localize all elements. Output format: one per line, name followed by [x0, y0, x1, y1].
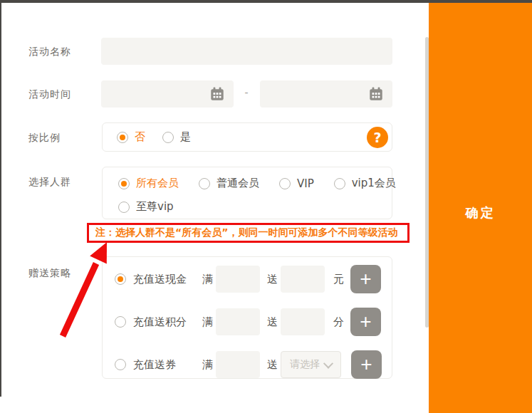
gift-infix: 送 [267, 315, 278, 329]
by-ratio-group: 否 是 ? [102, 122, 392, 152]
radio-icon[interactable] [118, 178, 130, 189]
field-label-gift-strategy: 赠送策略 [28, 267, 71, 280]
gift-infix: 送 [267, 273, 278, 286]
add-rule-button[interactable]: + [351, 350, 382, 379]
note-text: 注：选择人群不是“所有会员”，则同一时间可添加多个不同等级活动 [89, 226, 397, 239]
threshold-prefix: 满 [202, 358, 213, 372]
field-label-select-crowd: 选择人群 [28, 176, 71, 189]
left-window-border [0, 0, 1, 397]
start-date-input[interactable] [101, 80, 234, 108]
add-rule-button[interactable]: + [350, 265, 381, 293]
radio-option-yes[interactable]: 是 [162, 130, 191, 144]
threshold-amount-input[interactable] [216, 351, 260, 378]
radio-label[interactable]: VIP [297, 177, 314, 190]
radio-option-vip[interactable]: VIP [279, 177, 314, 190]
gift-strategy-group: 充值送现金 满 送 元 + 充值送积分 满 送 分 + 充值送券 满 送 请选择 [102, 256, 392, 379]
radio-option-supreme-vip[interactable]: 至尊vip [118, 200, 174, 214]
radio-icon[interactable] [199, 178, 210, 189]
radio-icon[interactable] [118, 202, 130, 213]
gift-amount-input[interactable] [281, 308, 325, 335]
note-highlight-box: 注：选择人群不是“所有会员”，则同一时间可添加多个不同等级活动 [87, 223, 410, 243]
radio-label[interactable]: 否 [135, 130, 145, 144]
radio-option-no[interactable]: 否 [117, 130, 145, 144]
radio-option-all-members[interactable]: 所有会员 [118, 177, 179, 190]
radio-label[interactable]: 所有会员 [136, 177, 179, 190]
action-sidebar: 确定 [429, 3, 532, 413]
radio-label[interactable]: 至尊vip [136, 200, 174, 214]
radio-icon[interactable] [334, 178, 345, 189]
threshold-amount-input[interactable] [216, 308, 260, 335]
confirm-button[interactable]: 确定 [429, 204, 532, 222]
strategy-label[interactable]: 充值送券 [133, 358, 202, 372]
gift-infix: 送 [267, 358, 278, 372]
strategy-row-points: 充值送积分 满 送 分 + [115, 308, 381, 336]
radio-label[interactable]: vip1会员 [352, 177, 396, 190]
calendar-icon [368, 86, 384, 102]
radio-icon[interactable] [279, 178, 291, 189]
radio-label[interactable]: 是 [180, 130, 191, 144]
calendar-icon [209, 86, 225, 102]
question-mark-icon[interactable]: ? [367, 127, 388, 148]
chevron-down-icon [323, 359, 333, 369]
date-range-separator: - [240, 87, 253, 98]
field-label-activity-time: 活动时间 [28, 88, 71, 101]
gift-amount-input[interactable] [281, 266, 325, 293]
strategy-label[interactable]: 充值送积分 [133, 315, 202, 329]
unit-label: 元 [333, 273, 344, 286]
threshold-amount-input[interactable] [216, 266, 260, 293]
radio-icon[interactable] [162, 132, 174, 143]
select-crowd-group: 所有会员 普通会员 VIP vip1会员 至尊vip [102, 167, 392, 219]
coupon-select-dropdown[interactable]: 请选择 [281, 351, 341, 378]
crowd-options-row-2: 至尊vip [103, 195, 392, 219]
threshold-prefix: 满 [202, 273, 213, 286]
threshold-prefix: 满 [202, 315, 213, 329]
coupon-select-placeholder: 请选择 [290, 358, 320, 371]
radio-option-normal-members[interactable]: 普通会员 [199, 177, 259, 190]
recharge-activity-dialog: 活动名称 活动时间 - 按比例 否 [0, 0, 532, 413]
radio-icon[interactable] [115, 359, 126, 370]
by-ratio-options: 否 是 [103, 123, 392, 151]
radio-icon[interactable] [115, 316, 126, 328]
radio-icon[interactable] [117, 132, 128, 143]
add-rule-button[interactable]: + [350, 308, 381, 336]
strategy-label[interactable]: 充值送现金 [133, 273, 202, 286]
radio-icon[interactable] [115, 273, 126, 285]
activity-name-input[interactable] [101, 38, 392, 65]
strategy-row-cash: 充值送现金 满 送 元 + [115, 265, 381, 293]
end-date-input[interactable] [260, 80, 392, 108]
field-label-activity-name: 活动名称 [28, 46, 71, 58]
field-label-by-ratio: 按比例 [28, 132, 61, 145]
unit-label: 分 [333, 315, 344, 329]
crowd-options-row-1: 所有会员 普通会员 VIP vip1会员 [103, 172, 392, 195]
radio-option-vip1[interactable]: vip1会员 [334, 177, 396, 190]
radio-label[interactable]: 普通会员 [217, 177, 259, 190]
strategy-row-coupon: 充值送券 满 送 请选择 + [115, 350, 382, 379]
